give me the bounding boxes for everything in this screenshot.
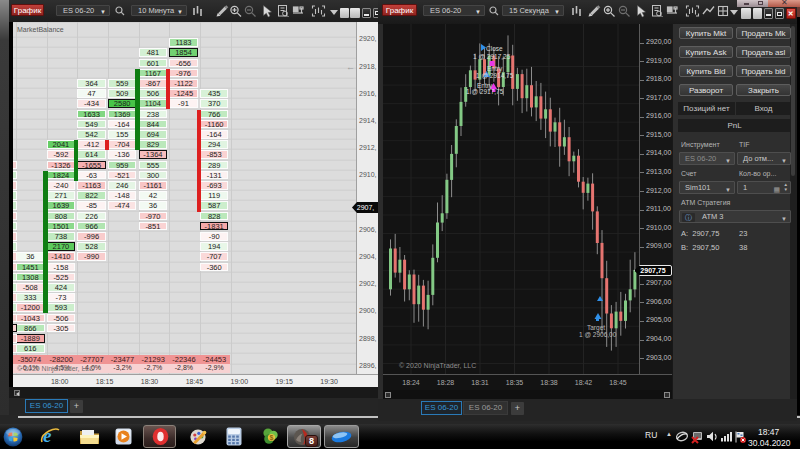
svg-text:$: $ xyxy=(270,434,274,442)
